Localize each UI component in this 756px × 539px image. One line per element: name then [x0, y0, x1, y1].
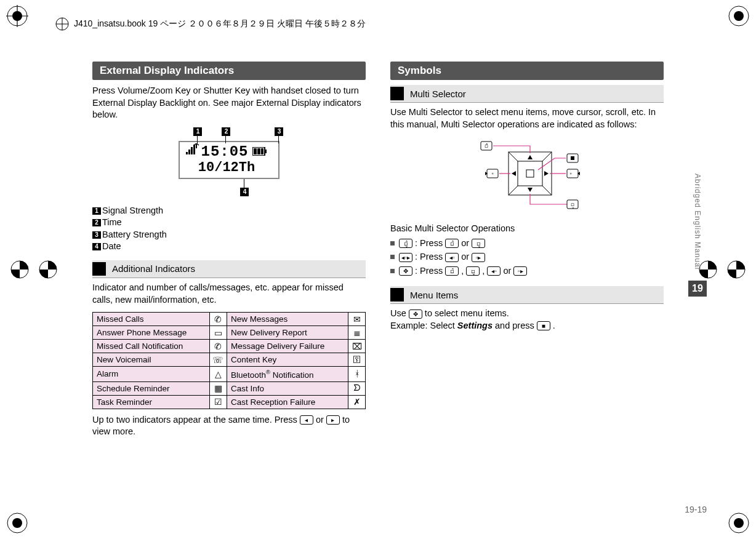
lcd-time: 15:05: [201, 143, 248, 160]
reg-mark-icon: [6, 5, 28, 27]
indicator-label: Missed Calls: [93, 313, 210, 326]
envelope-fail-icon: ⌧: [348, 340, 366, 353]
table-row: Schedule Reminder▦Cast Infoᗤ: [93, 381, 366, 395]
antenna-fail-icon: ✗: [348, 395, 366, 409]
envelope-icon: ✉: [348, 313, 366, 326]
chapter-number: 19: [688, 281, 707, 297]
svg-rect-21: [193, 145, 195, 154]
table-row: Answer Phone Message▭New Delivery Report…: [93, 326, 366, 340]
svg-rect-19: [188, 150, 190, 154]
indicator-label: New Delivery Report: [227, 326, 348, 340]
antenna-icon: ᗤ: [348, 381, 366, 395]
square-bullet-icon: [390, 288, 404, 301]
section-title-symbols: Symbols: [390, 62, 664, 80]
square-bullet-icon: [92, 262, 106, 276]
leftright-key-icon: ◂▫▸: [399, 253, 412, 262]
svg-rect-29: [518, 161, 542, 186]
ops-title: Basic Multi Selector Operations: [390, 223, 664, 235]
svg-rect-46: [567, 169, 578, 178]
multi-selector-figure: ▫̂ ▫ ▫ ▫̬: [390, 137, 664, 213]
indicator-label: Alarm: [93, 367, 210, 382]
side-label: Abridged English Manual: [693, 166, 702, 277]
center-key-icon: ■: [537, 321, 550, 330]
left-column: External Display Indicators Press Volume…: [92, 62, 366, 444]
svg-text:▫: ▫: [569, 170, 571, 177]
table-row: Alarm△Bluetooth® Notificationᚼ: [93, 367, 366, 382]
external-display-lcd: 15:05 10/12Th: [179, 141, 279, 179]
table-row: Missed Call Notification✆Message Deliver…: [93, 340, 366, 353]
left-key-icon: ◂▫: [487, 266, 501, 276]
indicator-label: Content Key: [227, 353, 348, 367]
section-title-external: External Display Indicators: [92, 62, 366, 80]
indicator-label: Message Delivery Failure: [227, 340, 348, 353]
svg-rect-26: [261, 148, 263, 154]
multi-selector-text: Use Multi Selector to select menu items,…: [390, 106, 664, 130]
svg-point-6: [734, 11, 744, 21]
indicator-label: New Messages: [227, 313, 348, 326]
intro-text: Press Volume/Zoom Key or Shutter Key wit…: [92, 85, 366, 121]
down-key-icon: ▫̬: [472, 239, 485, 248]
tape-icon: ▭: [209, 326, 227, 340]
bullet-icon: [390, 255, 395, 259]
svg-rect-20: [191, 147, 193, 154]
reg-mark-icon: [37, 258, 59, 281]
table-row: New Voicemail☏Content Key⚿: [93, 353, 366, 367]
indicators-table: Missed Calls✆New Messages✉Answer Phone M…: [92, 312, 366, 409]
battery-icon: [252, 143, 267, 160]
svg-rect-27: [265, 150, 267, 153]
reg-mark-icon: [728, 5, 750, 27]
table-row: Task Reminder☑Cast Reception Failure✗: [93, 395, 366, 409]
all-dir-key-icon: ✥: [399, 266, 412, 276]
down-key-icon: ▫̬: [466, 266, 480, 276]
reg-mark-icon: [725, 258, 747, 281]
list-icon: ≣: [348, 326, 366, 340]
signal-icon: [186, 143, 199, 160]
example-item: Settings: [457, 321, 493, 330]
bullet-icon: [390, 269, 395, 273]
bell-icon: △: [209, 367, 227, 382]
indicator-label: Cast Info: [227, 381, 348, 395]
indicator-label: New Voicemail: [93, 353, 210, 367]
indicator-label: Schedule Reminder: [93, 381, 210, 395]
square-bullet-icon: [390, 87, 404, 100]
phone-missed-icon: ✆: [209, 340, 227, 353]
table-row: Missed Calls✆New Messages✉: [93, 313, 366, 326]
svg-point-8: [12, 518, 22, 528]
legend-battery: Battery Strength: [102, 230, 167, 239]
svg-rect-18: [186, 152, 188, 154]
bullet-icon: [390, 241, 395, 246]
svg-rect-45: [571, 156, 574, 160]
voicemail-icon: ☏: [209, 353, 227, 367]
all-dir-key-icon: ✥: [409, 309, 422, 319]
up-key-icon: ▫̂: [445, 239, 459, 248]
additional-text: Indicator and number of calls/messages, …: [92, 282, 366, 306]
indicator-legend: 1Signal Strength 2Time 3Battery Strength…: [92, 205, 366, 253]
callout-3: 3: [275, 127, 283, 136]
callout-4: 4: [240, 188, 249, 196]
indicator-label: Cast Reception Failure: [227, 395, 348, 409]
subhead-multi-selector: Multi Selector: [390, 85, 664, 103]
calendar-icon: ▦: [209, 381, 227, 395]
indicator-label: Missed Call Notification: [93, 340, 210, 353]
up-key-icon: ▫̂: [445, 266, 459, 276]
left-key-icon: ◂: [300, 415, 313, 425]
bluetooth-icon: ᚼ: [348, 367, 366, 382]
menu-items-text: Use ✥ to select menu items. Example: Sel…: [390, 308, 664, 332]
right-key-icon: ▫▸: [513, 266, 527, 276]
reg-mark-icon: [9, 258, 31, 281]
updown-key-icon: ▫̬̂: [399, 239, 412, 248]
reg-mark-icon: [6, 512, 28, 534]
callout-2: 2: [222, 127, 230, 136]
header-text: J410_insatsu.book 19 ページ ２００６年８月２９日 火曜日 …: [74, 18, 366, 30]
right-column: Symbols Multi Selector Use Multi Selecto…: [390, 62, 664, 444]
ops-list: ▫̬̂ : Press ▫̂ or ▫̬ ◂▫▸ : Press ◂▫ or ▫…: [390, 236, 664, 277]
legend-signal: Signal Strength: [102, 206, 163, 215]
view-more-text: Up to two indicators appear at the same …: [92, 414, 366, 438]
side-tab: Abridged English Manual 19: [688, 62, 707, 492]
page-number: 19-19: [685, 505, 707, 514]
cross-icon: [55, 17, 69, 31]
right-key-icon: ▸: [326, 415, 340, 425]
svg-rect-24: [254, 148, 257, 154]
svg-text:▫̂: ▫̂: [485, 143, 488, 149]
phone-missed-icon: ✆: [209, 313, 227, 326]
